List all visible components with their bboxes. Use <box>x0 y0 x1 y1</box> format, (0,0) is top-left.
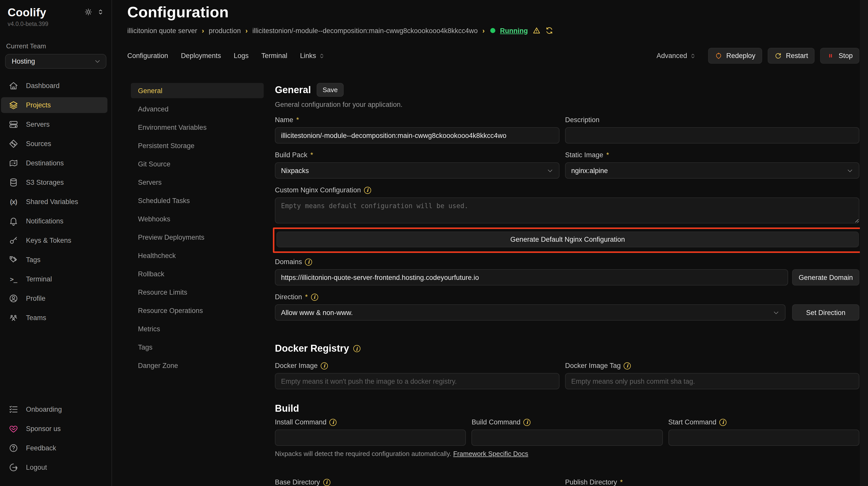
breadcrumb-environment[interactable]: production <box>209 27 241 34</box>
subnav-item-metrics[interactable]: Metrics <box>131 321 264 336</box>
warning-icon[interactable] <box>532 27 541 35</box>
start-command-input[interactable] <box>668 429 859 446</box>
nixpacks-note: Nixpacks will detect the required config… <box>275 450 859 457</box>
subnav-item-advanced[interactable]: Advanced <box>131 101 264 117</box>
install-command-label: Install Command i <box>275 418 466 426</box>
domains-input[interactable] <box>275 269 788 286</box>
tab-deployments[interactable]: Deployments <box>181 52 221 60</box>
info-icon[interactable]: i <box>719 419 726 426</box>
docker-image-tag-input[interactable] <box>565 373 859 389</box>
subnav-item-healthcheck[interactable]: Healthcheck <box>131 248 264 263</box>
docker-image-input[interactable] <box>275 373 559 389</box>
theme-sun-icon[interactable] <box>85 8 92 16</box>
build-command-input[interactable] <box>472 429 663 446</box>
subnav-item-danger-zone[interactable]: Danger Zone <box>131 358 264 373</box>
chevron-down-icon <box>847 167 853 174</box>
redeploy-button[interactable]: Redeploy <box>708 48 762 64</box>
general-form: General Save General configuration for y… <box>275 83 859 486</box>
sidebar-nav: Dashboard Projects Servers Sources <box>0 78 112 329</box>
generate-domain-button[interactable]: Generate Domain <box>792 269 859 286</box>
subnav-item-resource-limits[interactable]: Resource Limits <box>131 285 264 300</box>
info-icon[interactable]: i <box>353 345 360 352</box>
subnav-item-git-source[interactable]: Git Source <box>131 156 264 171</box>
stop-button[interactable]: Stop <box>820 48 859 64</box>
generate-nginx-config-button[interactable]: Generate Default Nginx Configuration <box>276 232 859 247</box>
direction-select[interactable]: Allow www & non-www. <box>275 304 785 321</box>
info-icon[interactable]: i <box>364 187 371 194</box>
sidebar-item-terminal[interactable]: >_ Terminal <box>1 271 107 287</box>
breadcrumb-application[interactable]: illicitestonion/-module--decomposition:m… <box>252 27 477 34</box>
sidebar-item-projects[interactable]: Projects <box>1 97 107 113</box>
refresh-icon[interactable] <box>545 27 553 35</box>
description-input[interactable] <box>565 127 859 143</box>
subnav-item-resource-operations[interactable]: Resource Operations <box>131 303 264 318</box>
advanced-dropdown[interactable]: Advanced <box>656 52 696 60</box>
info-icon[interactable]: i <box>305 258 312 265</box>
tab-logs[interactable]: Logs <box>234 52 249 60</box>
subnav-item-preview-deployments[interactable]: Preview Deployments <box>131 229 264 245</box>
subnav-item-general[interactable]: General <box>131 83 264 98</box>
restart-button[interactable]: Restart <box>768 48 814 64</box>
sidebar-item-label: Profile <box>26 295 45 302</box>
sidebar-item-destinations[interactable]: Destinations <box>1 155 107 171</box>
sidebar-item-sources[interactable]: Sources <box>1 136 107 152</box>
sidebar-item-s3-storages[interactable]: S3 Storages <box>1 174 107 190</box>
set-direction-button[interactable]: Set Direction <box>792 304 859 321</box>
custom-nginx-textarea[interactable] <box>275 197 859 223</box>
subnav-item-scheduled-tasks[interactable]: Scheduled Tasks <box>131 193 264 208</box>
sidebar-item-feedback[interactable]: Feedback <box>1 440 107 456</box>
sidebar-item-tags[interactable]: Tags <box>1 252 107 268</box>
sidebar-item-notifications[interactable]: Notifications <box>1 213 107 229</box>
info-icon[interactable]: i <box>321 362 328 369</box>
sidebar-item-dashboard[interactable]: Dashboard <box>1 78 107 94</box>
sidebar-item-profile[interactable]: Profile <box>1 291 107 306</box>
team-select[interactable]: Hosting <box>5 54 106 69</box>
sidebar-item-onboarding[interactable]: Onboarding <box>1 401 107 417</box>
sidebar-item-servers[interactable]: Servers <box>1 117 107 132</box>
restart-label: Restart <box>786 52 808 60</box>
subnav-item-environment-variables[interactable]: Environment Variables <box>131 120 264 135</box>
tab-links[interactable]: Links <box>300 52 325 60</box>
sidebar-item-logout[interactable]: Logout <box>1 459 107 475</box>
app-version: v4.0.0-beta.399 <box>0 19 112 27</box>
tab-configuration[interactable]: Configuration <box>127 52 168 60</box>
framework-docs-link[interactable]: Framework Specific Docs <box>453 450 528 457</box>
subnav-item-persistent-storage[interactable]: Persistent Storage <box>131 138 264 153</box>
build-pack-select[interactable]: Nixpacks <box>275 162 559 179</box>
info-icon[interactable]: i <box>524 419 531 426</box>
subnav-item-tags[interactable]: Tags <box>131 339 264 355</box>
subnav-item-servers[interactable]: Servers <box>131 174 264 190</box>
save-button[interactable]: Save <box>317 83 344 97</box>
theme-selector-chevrons-icon[interactable] <box>97 8 104 16</box>
info-icon[interactable]: i <box>330 419 337 426</box>
sidebar-item-label: Tags <box>26 256 40 264</box>
breadcrumb-project[interactable]: illicitonion quote server <box>127 27 197 34</box>
settings-subnav: General Advanced Environment Variables P… <box>131 83 264 486</box>
main-content: Configuration illicitonion quote server … <box>112 0 868 486</box>
static-image-value: nginx:alpine <box>571 167 608 174</box>
scrollbar[interactable] <box>860 0 868 486</box>
database-icon <box>9 177 18 187</box>
publish-directory-label: Publish Directory* <box>565 478 859 486</box>
sidebar-item-shared-variables[interactable]: (x) Shared Variables <box>1 194 107 210</box>
chevron-down-icon <box>94 58 101 65</box>
info-icon[interactable]: i <box>323 479 330 486</box>
static-image-select[interactable]: nginx:alpine <box>565 162 859 179</box>
name-input[interactable] <box>275 127 559 143</box>
pause-icon <box>827 52 834 60</box>
sidebar-item-sponsor[interactable]: Sponsor us <box>1 421 107 436</box>
tab-terminal[interactable]: Terminal <box>261 52 287 60</box>
sidebar-item-keys-tokens[interactable]: Keys & Tokens <box>1 233 107 248</box>
subnav-item-rollback[interactable]: Rollback <box>131 266 264 282</box>
info-icon[interactable]: i <box>311 293 318 300</box>
sidebar-item-teams[interactable]: Teams <box>1 310 107 326</box>
sidebar-item-label: Shared Variables <box>26 198 78 205</box>
chevrons-up-down-icon <box>689 53 696 59</box>
tabs: Configuration Deployments Logs Terminal … <box>127 52 325 60</box>
info-icon[interactable]: i <box>624 362 631 369</box>
subnav-item-webhooks[interactable]: Webhooks <box>131 211 264 226</box>
install-command-input[interactable] <box>275 429 466 446</box>
help-circle-icon <box>9 443 18 453</box>
restart-icon <box>774 52 782 60</box>
status-running-link[interactable]: Running <box>500 27 528 34</box>
